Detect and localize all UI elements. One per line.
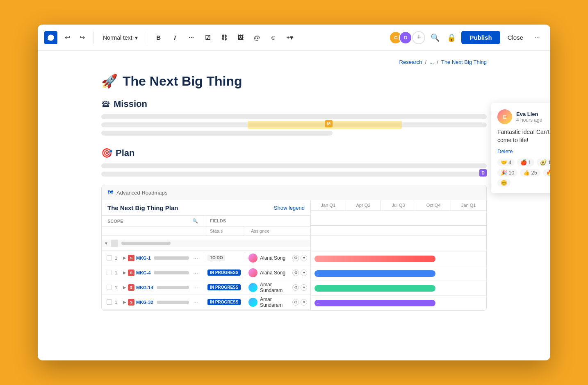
issue-icon-mkg1: S [128, 255, 134, 261]
status-cell-mkg14: IN PROGRESS [204, 284, 245, 290]
roadmap-top-headers: SCOPE 🔍 FIELDS [102, 216, 310, 226]
settings-dot-mkg1[interactable]: ⚙ [292, 255, 299, 261]
comment-author-info: Eva Lien 4 hours ago [516, 111, 542, 123]
row-more-mkg32[interactable]: ··· [191, 299, 201, 306]
editor-content: Research / ... / The Next Big Thing 🚀 Th… [68, 51, 520, 323]
italic-button[interactable]: I [169, 31, 182, 44]
status-badge-mkg14: IN PROGRESS [207, 284, 241, 290]
reaction-smile[interactable]: 😊 [497, 179, 511, 187]
user-marker-m: M [325, 120, 333, 127]
plan-section: 🎯 Plan D [101, 148, 487, 177]
plan-line-2 [101, 172, 487, 177]
breadcrumb: Research / ... / The Next Big Thing [101, 59, 487, 65]
text-style-label: Normal text [103, 34, 132, 41]
mission-heading-text: Mission [114, 99, 147, 109]
undo-button[interactable]: ↩ [61, 31, 74, 44]
expand-dot-mkg1[interactable]: ▾ [301, 255, 307, 261]
assignee-cell-mkg14: Amar Sundaram ⚙ ▾ [245, 282, 310, 293]
issue-title-mkg4 [154, 271, 189, 274]
image-button[interactable]: 🖼 [234, 31, 247, 44]
bar-arrow-mkg4: ← [315, 271, 320, 276]
scope-search-icon[interactable]: 🔍 [192, 218, 198, 224]
mention-button[interactable]: @ [251, 31, 264, 44]
quarter-3: Jul Q3 [381, 200, 416, 210]
row-more-mkg14[interactable]: ··· [191, 284, 201, 291]
scope-cell-mkg4: 1 ▶ S MKG-4 ··· [102, 270, 204, 276]
breadcrumb-research[interactable]: Research [399, 59, 422, 65]
field-sub-headers: Status Assignee [102, 226, 310, 236]
scope-cell-mkg1: 1 ▶ S MKG-1 ··· [102, 255, 204, 261]
table-row: 1 ▶ S MKG-1 ··· TO DO [102, 251, 310, 265]
search-button[interactable]: 🔍 [428, 31, 442, 44]
publish-button[interactable]: Publish [461, 31, 500, 44]
reaction-avocado[interactable]: 🥑1 [537, 159, 550, 166]
checkbox-mkg1[interactable] [105, 255, 113, 260]
gantt-row-mkg32: ← 2 [311, 296, 486, 310]
roadmap-gantt: Jan Q1 Apr Q2 Jul Q3 Oct Q4 Jan Q1 [311, 200, 486, 310]
chevron-down-icon: ▾ [135, 34, 138, 41]
reaction-clap[interactable]: 🤝4 [497, 159, 515, 166]
issue-key-mkg32[interactable]: MKG-32 [136, 300, 153, 305]
close-button[interactable]: Close [504, 32, 527, 43]
reaction-tada[interactable]: 🎉10 [497, 169, 517, 177]
scope-cell-mkg14: 1 ▶ S MKG-14 ··· [102, 284, 204, 291]
assignee-cell-mkg32: Amar Sundaram ⚙ ▾ [245, 297, 310, 308]
toolbar: ↩ ↪ Normal text ▾ B I ··· ☑ ⛓ 🖼 @ ☺ +▾ G… [38, 25, 550, 51]
status-badge-mkg1: TO DO [207, 255, 225, 261]
show-legend-button[interactable]: Show legend [274, 205, 305, 211]
issue-icon-mkg32: S [128, 299, 134, 306]
issue-icon-mkg14: S [128, 284, 134, 291]
reaction-thumbsup[interactable]: 👍25 [520, 169, 540, 177]
roadmap-body: The Next Big Thing Plan Show legend SCOP… [102, 200, 486, 310]
bold-button[interactable]: B [152, 31, 165, 44]
emoji-button[interactable]: ☺ [267, 31, 280, 44]
confluence-logo[interactable] [44, 31, 57, 44]
redo-button[interactable]: ↪ [75, 31, 89, 44]
assignee-cell-mkg1: Alana Song ⚙ ▾ [245, 254, 310, 263]
plan-heading-text: Plan [116, 148, 134, 159]
bar-arrow-mkg14: ← [315, 286, 320, 290]
reaction-apple[interactable]: 🍎1 [517, 159, 534, 166]
assignee-avatar-mkg14 [248, 283, 258, 292]
link-button[interactable]: ⛓ [218, 31, 231, 44]
quarter-5: Jan Q1 [451, 200, 486, 210]
status-cell-mkg4: IN PROGRESS [204, 270, 245, 276]
status-badge-mkg32: IN PROGRESS [207, 299, 241, 305]
more-format-button[interactable]: ··· [185, 31, 198, 44]
comment-reactions: 🤝4 🍎1 🥑1 🤯2 🎉10 👍25 🔥10 ❤️20 😊 [497, 159, 550, 187]
assignee-name-mkg4: Alana Song [260, 270, 285, 276]
breadcrumb-ellipsis[interactable]: ... [429, 59, 434, 65]
roadmap-title: The Next Big Thing Plan [107, 204, 178, 211]
issue-title-mkg1 [154, 256, 189, 260]
row-more-mkg4[interactable]: ··· [191, 270, 201, 276]
title-text[interactable]: The Next Big Thing [123, 74, 242, 89]
scope-cell-mkg32: 1 ▶ S MKG-32 ··· [102, 299, 204, 306]
comment-text: Fantastic idea! Can't wait to see this c… [497, 128, 550, 144]
lock-button[interactable]: 🔒 [445, 31, 458, 44]
text-style-dropdown[interactable]: Normal text ▾ [99, 33, 142, 43]
comment-delete[interactable]: Delete [497, 148, 550, 154]
page-title: 🚀 The Next Big Thing [101, 73, 487, 89]
assignee-name-mkg1: Alana Song [260, 255, 285, 261]
reaction-fire[interactable]: 🔥10 [543, 169, 550, 177]
editor-window: ↩ ↪ Normal text ▾ B I ··· ☑ ⛓ 🖼 @ ☺ +▾ G… [38, 25, 550, 360]
toolbar-divider-1 [93, 32, 94, 43]
insert-button[interactable]: +▾ [283, 31, 296, 44]
issue-key-mkg1[interactable]: MKG-1 [136, 256, 150, 260]
quarter-2: Apr Q2 [346, 200, 381, 210]
issue-key-mkg14[interactable]: MKG-14 [136, 285, 153, 290]
roadmap-header-bar: 🗺 Advanced Roadmaps [102, 185, 486, 200]
add-collaborator-button[interactable]: + [412, 31, 425, 44]
mission-emoji: 🛎 [101, 99, 110, 109]
checklist-button[interactable]: ☑ [201, 31, 214, 44]
row-more-mkg1[interactable]: ··· [191, 255, 201, 261]
roadmap-section: 🗺 Advanced Roadmaps The Next Big Thing P… [101, 185, 487, 311]
assignee-avatar-mkg1 [248, 254, 258, 263]
gantt-row-mkg4: ← [311, 266, 486, 281]
issue-title-mkg14 [157, 286, 189, 289]
issue-key-mkg4[interactable]: MKG-4 [136, 270, 150, 275]
more-options-button[interactable]: ··· [531, 31, 544, 44]
comment-time: 4 hours ago [516, 117, 542, 123]
title-emoji: 🚀 [101, 73, 118, 89]
group-title-bar [121, 242, 171, 245]
